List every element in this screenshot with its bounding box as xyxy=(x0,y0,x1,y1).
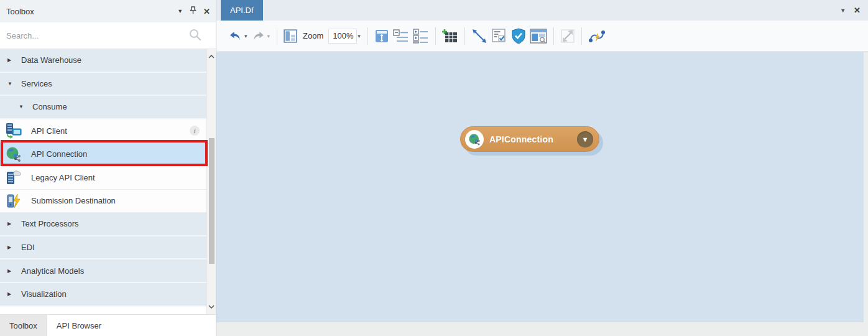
chevron-right-icon: ▶ xyxy=(7,245,14,250)
document-close-icon[interactable]: ✕ xyxy=(854,6,861,15)
submission-destination-icon xyxy=(4,192,23,210)
toolbar-separator xyxy=(464,27,465,45)
designer-toolbar: ▾ ▾ Zoom 100% ▾ xyxy=(216,21,868,52)
toolbox-tree: ▶ Data Warehouse ▼ Services ▼ Consume xyxy=(0,49,216,307)
node-dropdown-button[interactable]: ▼ xyxy=(577,131,593,147)
designer-region: API.Df ▼ ✕ ▾ ▾ Zoom 100% ▾ xyxy=(216,0,868,336)
toolbar-separator xyxy=(367,27,368,45)
insert-table-icon[interactable] xyxy=(440,27,460,45)
category-label: Analytical Models xyxy=(21,266,84,276)
category-label: Visualization xyxy=(21,289,67,299)
panel-dropdown-icon[interactable]: ▼ xyxy=(177,8,183,14)
tab-toolbox[interactable]: Toolbox xyxy=(0,315,47,336)
chevron-right-icon: ▶ xyxy=(7,268,14,274)
toolbox-search-row xyxy=(0,22,216,49)
api-connection-node[interactable]: APIConnection ▼ xyxy=(460,126,599,152)
tab-api-browser[interactable]: API Browser xyxy=(47,315,111,336)
item-label: Submission Destination xyxy=(31,196,116,205)
api-connection-node-icon xyxy=(465,130,484,149)
legacy-api-client-icon xyxy=(4,169,23,186)
toolbox-item-api-connection[interactable]: API Connection xyxy=(0,142,216,166)
toolbox-category-visualization[interactable]: ▶ Visualization xyxy=(0,283,216,307)
scrollbar-thumb[interactable] xyxy=(209,138,215,264)
design-canvas[interactable]: APIConnection ▼ xyxy=(216,52,864,322)
toolbar-separator xyxy=(435,27,436,45)
api-client-icon xyxy=(4,122,23,139)
toolbox-item-legacy-api-client[interactable]: Legacy API Client xyxy=(0,166,216,190)
zoom-label: Zoom xyxy=(303,31,323,40)
category-label: Data Warehouse xyxy=(21,55,81,65)
zoom-level-select[interactable]: 100% xyxy=(328,29,357,44)
panel-bottom-tabbar: Toolbox API Browser xyxy=(0,314,216,336)
document-tab-label: API.Df xyxy=(230,6,254,15)
node-label: APIConnection xyxy=(489,134,553,144)
toolbox-scrollbar[interactable] xyxy=(206,49,216,314)
scroll-up-icon[interactable] xyxy=(207,52,216,62)
expand-all-icon[interactable] xyxy=(411,27,431,45)
undo-dropdown-icon[interactable]: ▾ xyxy=(244,33,247,39)
toolbar-separator xyxy=(581,27,582,45)
scroll-down-icon[interactable] xyxy=(207,302,216,312)
zoom-dropdown-icon[interactable]: ▾ xyxy=(358,33,361,39)
item-label: Legacy API Client xyxy=(31,173,95,182)
toolbox-category-edi[interactable]: ▶ EDI xyxy=(0,236,216,260)
undo-button[interactable] xyxy=(227,29,244,43)
toolbox-title: Toolbox xyxy=(6,7,34,16)
toolbox-category-analytical-models[interactable]: ▶ Analytical Models xyxy=(0,259,216,283)
toolbox-category-consume[interactable]: ▼ Consume xyxy=(0,96,216,119)
toolbar-separator xyxy=(553,27,554,45)
chevron-down-icon: ▼ xyxy=(7,81,14,86)
document-tab-api-df[interactable]: API.Df xyxy=(221,0,263,21)
pin-icon[interactable] xyxy=(190,6,196,17)
draw-connector-icon[interactable] xyxy=(469,26,489,46)
chevron-down-icon: ▼ xyxy=(19,104,25,110)
preview-window-icon[interactable] xyxy=(528,27,549,45)
collapse-all-icon[interactable] xyxy=(391,27,411,45)
category-label: Services xyxy=(21,79,52,88)
validate-schedule-icon[interactable] xyxy=(489,26,509,46)
category-label: EDI xyxy=(21,243,35,252)
reroute-connector-icon[interactable] xyxy=(586,27,607,45)
document-tabbar: API.Df ▼ ✕ xyxy=(216,0,868,21)
api-connection-icon xyxy=(4,146,23,163)
toolbox-category-data-warehouse[interactable]: ▶ Data Warehouse xyxy=(0,49,216,73)
toolbar-separator xyxy=(277,27,277,45)
chevron-right-icon: ▶ xyxy=(7,221,14,226)
panel-close-icon[interactable]: ✕ xyxy=(203,7,210,16)
redo-dropdown-icon[interactable]: ▾ xyxy=(267,33,270,39)
info-icon[interactable]: i xyxy=(190,126,200,136)
layout-preview-icon[interactable] xyxy=(282,27,299,45)
chevron-right-icon: ▶ xyxy=(7,291,14,297)
category-label: Consume xyxy=(32,102,67,111)
search-input[interactable] xyxy=(6,31,187,40)
toolbox-header: Toolbox ▼ ✕ xyxy=(0,0,216,22)
resize-icon[interactable] xyxy=(558,27,577,45)
toolbox-item-api-client[interactable]: API Client i xyxy=(0,119,216,143)
chevron-right-icon: ▶ xyxy=(7,57,14,63)
toolbox-category-text-processors[interactable]: ▶ Text Processors xyxy=(0,213,216,236)
tab-list-dropdown-icon[interactable]: ▼ xyxy=(840,7,846,14)
toolbox-category-services[interactable]: ▼ Services xyxy=(0,73,216,96)
item-label: API Client xyxy=(31,126,67,136)
tab-label: API Browser xyxy=(57,321,101,330)
chevron-down-icon: ▼ xyxy=(582,136,589,143)
fit-height-icon[interactable] xyxy=(372,27,391,45)
toolbox-panel: Toolbox ▼ ✕ ▶ Data Warehouse ▼ Services … xyxy=(0,0,216,336)
redo-button[interactable] xyxy=(250,29,267,43)
security-check-icon[interactable] xyxy=(509,26,528,46)
toolbox-item-submission-destination[interactable]: Submission Destination xyxy=(0,190,216,213)
category-label: Text Processors xyxy=(21,219,78,228)
tab-label: Toolbox xyxy=(9,321,37,330)
search-icon xyxy=(188,28,202,44)
item-label: API Connection xyxy=(31,149,87,159)
